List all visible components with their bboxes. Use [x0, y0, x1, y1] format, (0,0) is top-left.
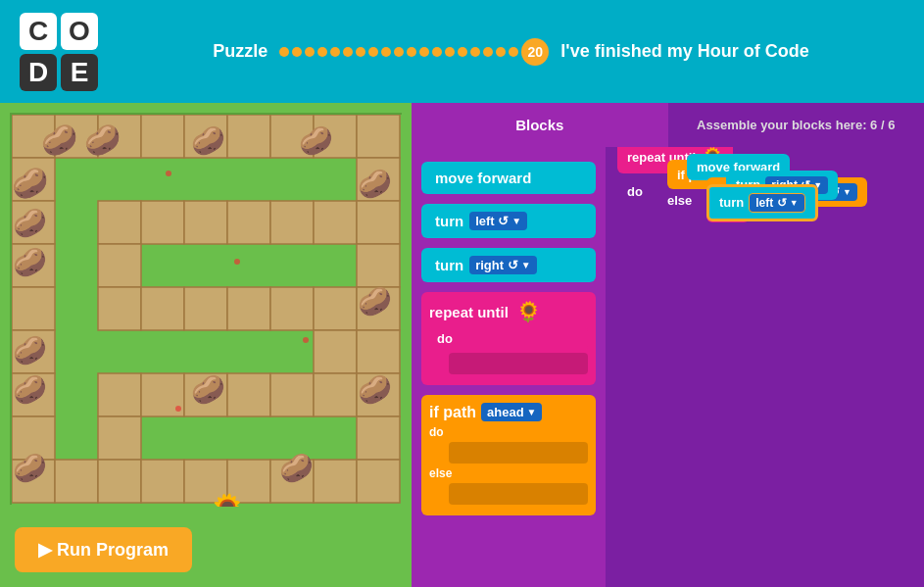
main-content: 🥔 🥔 🥔 🥔 🥔 🥔 🥔 🥔 🥔 🥔 🥔 🥔 🥔 🥔 🥔 🌻 � [0, 103, 924, 587]
svg-rect-25 [141, 287, 184, 330]
svg-text:🥔: 🥔 [12, 166, 49, 201]
svg-rect-27 [227, 287, 270, 330]
block-if-path[interactable]: if path ahead ▼ do else [421, 395, 596, 515]
svg-rect-6 [227, 115, 270, 158]
svg-rect-33 [357, 330, 400, 373]
svg-text:🥔: 🥔 [279, 452, 314, 484]
svg-text:🥔: 🥔 [191, 373, 225, 406]
svg-rect-17 [270, 201, 314, 244]
dropdown-arrow: ▼ [511, 216, 521, 226]
block-turn-right[interactable]: turn right ↺ ▼ [421, 248, 596, 282]
asm-else-label: else [667, 193, 702, 208]
assembly-area: repeat until 🌻 do if path ahead [608, 147, 924, 587]
svg-rect-9 [357, 115, 400, 158]
svg-rect-15 [184, 201, 227, 244]
svg-rect-35 [98, 373, 141, 416]
svg-rect-18 [314, 201, 357, 244]
logo-e: E [61, 54, 98, 91]
dropdown-arrow7: ▼ [790, 198, 799, 208]
svg-rect-38 [227, 373, 270, 416]
if-slot [449, 442, 588, 464]
svg-text:🥔: 🥔 [358, 373, 392, 406]
svg-text:🥔: 🥔 [13, 246, 47, 278]
svg-point-54 [166, 171, 171, 176]
svg-point-55 [234, 259, 240, 265]
run-program-button[interactable]: ▶ Run Program [15, 527, 192, 572]
svg-rect-24 [98, 287, 141, 330]
svg-text:🥔: 🥔 [84, 122, 122, 158]
svg-text:🥔: 🥔 [358, 285, 392, 318]
header: C O D E Puzzle 20 I've finished my Hour … [0, 0, 924, 103]
palette: move forward turn left ↺ ▼ turn right ↺ … [412, 147, 608, 587]
turn-right-dropdown[interactable]: right ↺ ▼ [469, 256, 536, 274]
svg-text:🥔: 🥔 [13, 452, 47, 484]
svg-text:🌻: 🌻 [208, 492, 247, 507]
assembly-inner: repeat until 🌻 do if path ahead [617, 157, 914, 222]
game-area: 🥔 🥔 🥔 🥔 🥔 🥔 🥔 🥔 🥔 🥔 🥔 🥔 🥔 🥔 🥔 🌻 � [0, 103, 412, 587]
puzzle-bar: Puzzle 20 I've finished my Hour of Code [118, 38, 904, 66]
if-do-label: do [429, 425, 588, 439]
svg-text:🥔: 🥔 [358, 168, 392, 200]
svg-text:🥔: 🥔 [13, 207, 47, 239]
blocks-panel: Blocks Assemble your blocks here: 6 / 6 … [412, 103, 924, 587]
repeat-until-header: repeat until 🌻 [429, 300, 588, 323]
svg-rect-53 [357, 460, 400, 503]
svg-rect-14 [141, 201, 184, 244]
maze-svg: 🥔 🥔 🥔 🥔 🥔 🥔 🥔 🥔 🥔 🥔 🥔 🥔 🥔 🥔 🥔 🌻 � [12, 115, 404, 507]
svg-rect-46 [55, 460, 98, 503]
asm-do-label: do [627, 184, 661, 199]
svg-text:🥔: 🥔 [13, 334, 47, 367]
dropdown-arrow5: ▼ [843, 187, 851, 197]
svg-rect-44 [357, 416, 400, 460]
logo-c: C [20, 13, 57, 50]
puzzle-label: Puzzle [213, 41, 267, 62]
asm-turn-left-block[interactable]: turn left ↺ ▼ [706, 184, 818, 221]
svg-point-56 [303, 337, 309, 343]
maze-container: 🥔 🥔 🥔 🥔 🥔 🥔 🥔 🥔 🥔 🥔 🥔 🥔 🥔 🥔 🥔 🌻 � [10, 113, 402, 505]
svg-rect-39 [270, 373, 314, 416]
svg-point-57 [175, 406, 181, 412]
tab-blocks[interactable]: Blocks [412, 103, 668, 147]
asm-left-dropdown[interactable]: left ↺ ▼ [749, 193, 804, 213]
block-turn-left[interactable]: turn left ↺ ▼ [421, 204, 596, 238]
svg-text:🥔: 🥔 [41, 122, 78, 158]
svg-rect-21 [98, 244, 141, 287]
svg-rect-4 [141, 115, 184, 158]
svg-text:🥔: 🥔 [13, 373, 47, 406]
turn-left-dropdown[interactable]: left ↺ ▼ [469, 212, 527, 230]
finished-text: I've finished my Hour of Code [560, 41, 808, 62]
dropdown-arrow3: ▼ [527, 407, 537, 417]
puzzle-dots: 20 [279, 38, 549, 66]
svg-text:🥔: 🥔 [299, 124, 333, 157]
ahead-dropdown[interactable]: ahead ▼ [481, 403, 542, 421]
svg-rect-22 [357, 244, 400, 287]
dropdown-arrow2: ▼ [521, 260, 531, 270]
svg-rect-19 [357, 201, 400, 244]
svg-rect-26 [184, 287, 227, 330]
svg-rect-28 [270, 287, 314, 330]
svg-rect-40 [314, 373, 357, 416]
logo: C O D E [20, 13, 98, 91]
svg-rect-47 [98, 460, 141, 503]
blocks-content: move forward turn left ↺ ▼ turn right ↺ … [412, 147, 924, 587]
svg-rect-13 [98, 201, 141, 244]
logo-d: D [20, 54, 57, 91]
block-move-forward[interactable]: move forward [421, 162, 596, 194]
logo-o: O [61, 13, 98, 50]
if-else-label: else [429, 466, 588, 480]
tab-assemble[interactable]: Assemble your blocks here: 6 / 6 [668, 103, 925, 147]
sunflower-icon: 🌻 [516, 300, 541, 323]
svg-rect-48 [141, 460, 184, 503]
svg-rect-23 [12, 287, 55, 330]
blocks-tabs: Blocks Assemble your blocks here: 6 / 6 [412, 103, 924, 147]
svg-rect-32 [314, 330, 357, 373]
svg-text:🥔: 🥔 [191, 124, 225, 157]
else-slot [449, 483, 588, 505]
block-repeat-until[interactable]: repeat until 🌻 do [421, 292, 596, 385]
do-label: do [429, 327, 588, 350]
svg-rect-43 [98, 416, 141, 460]
svg-rect-29 [314, 287, 357, 330]
svg-rect-16 [227, 201, 270, 244]
svg-rect-52 [314, 460, 357, 503]
block-slot [449, 353, 588, 374]
